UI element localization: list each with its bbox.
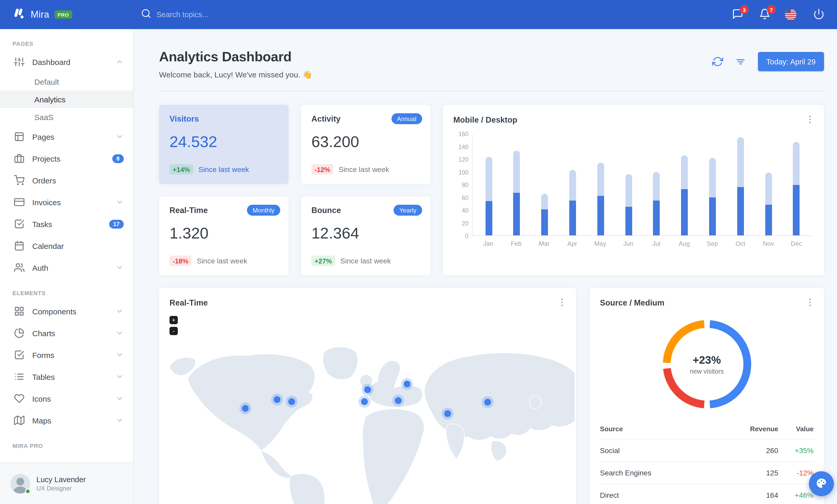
sidebar-item-label: Tasks <box>32 220 52 228</box>
search-input[interactable] <box>157 11 266 19</box>
sidebar-item-orders[interactable]: Orders <box>0 169 133 191</box>
sidebar-item-auth[interactable]: Auth <box>0 257 133 279</box>
realtime-map-card: Real-Time + - <box>159 288 576 504</box>
value-cell: -12% <box>778 462 814 484</box>
x-axis-label: May <box>592 240 608 247</box>
sidebar-item-label: Maps <box>32 416 51 425</box>
sidebar-item-maps[interactable]: Maps <box>0 409 133 431</box>
mobile-desktop-card: Mobile / Desktop 020406080100120140160 J… <box>443 105 824 275</box>
chevron-down-icon <box>115 132 124 141</box>
more-options-button[interactable] <box>556 297 568 309</box>
bar-jun[interactable] <box>621 134 636 236</box>
bell-icon <box>759 13 770 21</box>
kebab-icon <box>805 301 815 309</box>
x-axis-label: Jan <box>480 240 496 247</box>
notifications-button[interactable]: 7 <box>758 8 771 21</box>
y-axis-tick: 0 <box>451 233 468 239</box>
stat-value: 12.364 <box>311 224 421 242</box>
source-medium-donut-chart: +23% new visitors <box>663 320 751 408</box>
navbar-search[interactable] <box>141 8 266 21</box>
map-marker[interactable] <box>404 380 410 387</box>
bar-mar[interactable] <box>537 134 552 236</box>
header-divider <box>159 91 824 91</box>
app: Mira PRO 3 7 <box>0 0 837 504</box>
sidebar-user[interactable]: Lucy Lavender UX Designer <box>0 463 133 504</box>
sidebar-item-icons[interactable]: Icons <box>0 388 133 409</box>
map-marker[interactable] <box>364 386 371 393</box>
chevron-down-icon <box>115 307 124 315</box>
sidebar-item-calendar[interactable]: Calendar <box>0 235 133 257</box>
y-axis-tick: 20 <box>451 220 468 226</box>
bar-jul[interactable] <box>649 134 664 236</box>
bar-oct[interactable] <box>733 134 748 236</box>
column-header-value: Value <box>778 420 814 439</box>
calendar-icon <box>14 241 24 251</box>
sliders-icon <box>14 57 24 67</box>
source-cell: Social <box>600 439 729 462</box>
sidebar-item-tasks[interactable]: Tasks17 <box>0 213 133 235</box>
chevron-down-icon <box>115 351 124 359</box>
sidebar-item-charts[interactable]: Charts <box>0 322 133 344</box>
realtime-stat-card: Real-Time Monthly 1.320 -18% Since last … <box>159 197 288 275</box>
world-map[interactable]: + - <box>159 311 576 504</box>
header-actions: Today: April 29 <box>712 52 824 71</box>
chevron-down-icon <box>115 263 124 272</box>
bar-dec[interactable] <box>789 134 804 236</box>
bar-apr[interactable] <box>565 134 581 236</box>
sidebar-item-tables[interactable]: Tables <box>0 366 133 388</box>
bar-aug[interactable] <box>677 134 692 236</box>
sidebar-item-invoices[interactable]: Invoices <box>0 191 133 213</box>
heart-icon <box>14 393 24 404</box>
page-title: Analytics Dashboard <box>159 49 312 65</box>
map-marker[interactable] <box>444 410 451 417</box>
more-options-button[interactable] <box>804 114 816 126</box>
map-marker[interactable] <box>395 397 402 404</box>
refresh-button[interactable] <box>712 56 724 67</box>
filter-button[interactable] <box>735 56 747 67</box>
date-range-button[interactable]: Today: April 29 <box>758 52 824 71</box>
sidebar-item-pages[interactable]: Pages <box>0 126 133 148</box>
mobile-desktop-bar-chart: 020406080100120140160 JanFebMarAprMayJun… <box>472 134 813 247</box>
sidebar-item-analytics[interactable]: Analytics <box>0 90 133 108</box>
map-marker[interactable] <box>274 396 281 403</box>
more-options-button[interactable] <box>804 297 816 309</box>
list-icon <box>14 372 24 382</box>
chevron-down-icon <box>115 329 124 337</box>
online-status-dot <box>25 488 31 494</box>
sign-out-button[interactable] <box>812 8 825 21</box>
table-row: Direct164+46% <box>600 484 814 504</box>
period-badge[interactable]: Yearly <box>394 205 422 216</box>
period-badge[interactable]: Monthly <box>247 205 280 216</box>
y-axis-tick: 80 <box>451 182 468 188</box>
sidebar-item-default[interactable]: Default <box>0 73 133 90</box>
refresh-icon <box>712 60 724 68</box>
language-button[interactable] <box>785 8 799 21</box>
theme-settings-fab[interactable] <box>809 471 834 496</box>
bar-nov[interactable] <box>761 134 776 236</box>
y-axis-tick: 160 <box>451 131 468 137</box>
sidebar-item-projects[interactable]: Projects8 <box>0 148 133 169</box>
source-cell: Search Engines <box>600 462 729 484</box>
period-badge[interactable]: Annual <box>391 113 422 124</box>
sidebar-item-saas[interactable]: SaaS <box>0 108 133 126</box>
bar-feb[interactable] <box>509 134 524 236</box>
sidebar-item-forms[interactable]: Forms <box>0 344 133 366</box>
map-marker[interactable] <box>242 405 249 411</box>
sidebar-item-label: Projects <box>32 154 60 163</box>
brand[interactable]: Mira PRO <box>0 7 133 22</box>
messages-button[interactable]: 3 <box>731 8 745 21</box>
mira-logo-icon <box>12 7 25 22</box>
map-marker[interactable] <box>361 398 368 405</box>
bar-jan[interactable] <box>481 134 497 236</box>
sidebar-item-dashboard[interactable]: Dashboard <box>0 51 133 73</box>
map-marker[interactable] <box>288 398 295 405</box>
map-zoom-out-button[interactable]: - <box>170 327 178 335</box>
users-icon <box>14 262 24 273</box>
y-axis-tick: 140 <box>451 144 468 150</box>
map-zoom-in-button[interactable]: + <box>170 316 178 324</box>
sidebar-item-components[interactable]: Components <box>0 300 133 322</box>
bar-sep[interactable] <box>705 134 720 236</box>
bar-may[interactable] <box>593 134 608 236</box>
map-marker[interactable] <box>484 399 491 406</box>
stat-value: 1.320 <box>170 224 279 242</box>
